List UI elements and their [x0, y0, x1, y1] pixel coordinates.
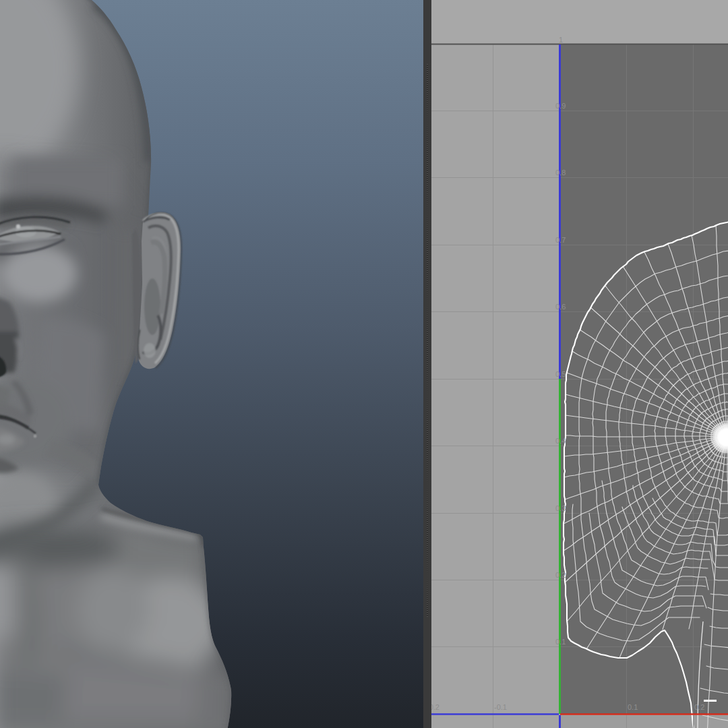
svg-text:0.3: 0.3: [555, 504, 566, 512]
svg-text:0.9: 0.9: [555, 102, 566, 110]
svg-text:0.7: 0.7: [555, 236, 566, 244]
svg-text:0.1: 0.1: [555, 638, 566, 646]
svg-text:0.2: 0.2: [555, 571, 566, 579]
svg-text:0.4: 0.4: [555, 437, 566, 445]
svg-text:-0.2: -0.2: [431, 703, 439, 711]
svg-text:0.5: 0.5: [555, 370, 566, 378]
svg-text:1: 1: [559, 36, 563, 44]
svg-text:0.2: 0.2: [694, 703, 704, 711]
svg-text:0.1: 0.1: [628, 703, 638, 711]
svg-text:0.6: 0.6: [555, 303, 566, 311]
svg-text:-0.1: -0.1: [494, 703, 507, 711]
svg-text:0.8: 0.8: [555, 169, 566, 177]
